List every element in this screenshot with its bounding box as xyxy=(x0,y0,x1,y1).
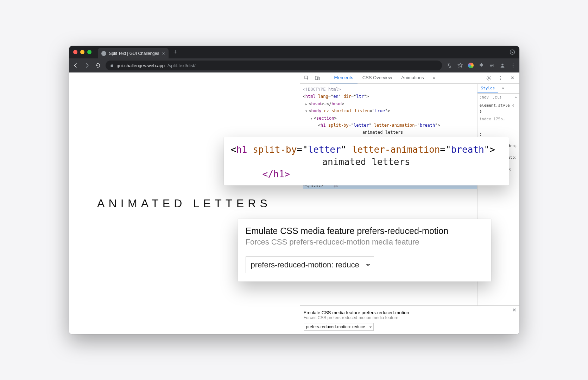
svg-point-0 xyxy=(510,50,514,55)
profile-icon[interactable] xyxy=(500,63,505,68)
content-area: ANIMATED LETTERS Elements CSS Overview A… xyxy=(69,72,519,334)
new-tab-button[interactable]: + xyxy=(171,49,179,56)
callout-title: Emulate CSS media feature prefers-reduce… xyxy=(246,226,483,236)
tab-title: Split Text | GUI Challenges xyxy=(109,51,159,56)
caret-icon[interactable] xyxy=(310,116,314,121)
rendering-callout: Emulate CSS media feature prefers-reduce… xyxy=(238,219,491,281)
devtools-close-icon[interactable]: ✕ xyxy=(508,74,517,83)
hov-toggle[interactable]: :hov xyxy=(480,95,489,100)
svg-point-5 xyxy=(512,66,513,67)
code-text: animated letters xyxy=(231,156,502,168)
bookmark-icon[interactable] xyxy=(457,63,463,68)
back-button[interactable] xyxy=(72,62,79,69)
tab-animations[interactable]: Animations xyxy=(397,72,428,83)
settings-icon[interactable] xyxy=(484,74,493,83)
minimize-window-button[interactable] xyxy=(80,50,84,54)
rendered-page: ANIMATED LETTERS xyxy=(69,72,300,334)
reload-button[interactable] xyxy=(95,63,101,68)
code-callout: <h1 split-by="letter" letter-animation="… xyxy=(224,137,509,185)
forward-button[interactable] xyxy=(84,62,90,69)
extensions-icon[interactable] xyxy=(479,63,484,68)
svg-point-2 xyxy=(501,64,503,65)
svg-point-3 xyxy=(512,63,513,64)
chrome-menu-icon[interactable] xyxy=(510,63,516,68)
drawer-title: Emulate CSS media feature prefers-reduce… xyxy=(304,310,516,315)
cls-toggle[interactable]: .cls xyxy=(492,95,502,100)
toolbar: gui-challenges.web.app/split-text/dist/ xyxy=(69,58,519,72)
reading-list-icon[interactable] xyxy=(489,63,495,68)
styles-overflow-icon[interactable]: » xyxy=(498,84,508,93)
devtools-menu-icon[interactable] xyxy=(496,74,505,83)
svg-point-9 xyxy=(488,77,489,79)
devtools-toolbar: Elements CSS Overview Animations » ✕ xyxy=(300,72,519,84)
tab-elements[interactable]: Elements xyxy=(330,72,358,83)
devtools-tabs: Elements CSS Overview Animations » xyxy=(330,72,440,83)
svg-point-11 xyxy=(500,77,501,78)
rendering-drawer: ✕ Emulate CSS media feature prefers-redu… xyxy=(300,305,519,334)
drawer-subtitle: Forces CSS prefers-reduced-motion media … xyxy=(304,315,516,320)
url-path: /split-text/dist/ xyxy=(167,63,195,68)
window-controls xyxy=(73,50,91,54)
stylesheet-source[interactable]: index 175b… xyxy=(480,116,517,122)
tab-css-overview[interactable]: CSS Overview xyxy=(358,72,397,83)
devtools-panel: Elements CSS Overview Animations » ✕ <!D… xyxy=(300,72,519,334)
tab-overflow-icon[interactable] xyxy=(510,49,515,55)
toolbar-right xyxy=(447,63,516,68)
titlebar: Split Text | GUI Challenges × + xyxy=(69,46,519,58)
styles-tab[interactable]: Styles xyxy=(478,84,499,93)
prefers-reduced-motion-select-small[interactable]: prefers-reduced-motion: reduce xyxy=(304,323,374,331)
page-heading: ANIMATED LETTERS xyxy=(97,197,271,210)
close-tab-icon[interactable]: × xyxy=(162,51,165,56)
new-rule-icon[interactable]: + xyxy=(515,95,517,100)
caret-icon[interactable] xyxy=(305,101,309,106)
dom-doctype: <!DOCTYPE html> xyxy=(303,86,477,93)
address-bar[interactable]: gui-challenges.web.app/split-text/dist/ xyxy=(106,61,442,70)
svg-point-10 xyxy=(500,76,501,77)
browser-window: Split Text | GUI Challenges × + gui-chal… xyxy=(69,46,519,334)
inspect-element-icon[interactable] xyxy=(302,74,311,83)
svg-point-4 xyxy=(512,65,513,66)
svg-point-12 xyxy=(500,79,501,80)
svg-rect-1 xyxy=(110,65,113,67)
translate-icon[interactable] xyxy=(447,63,453,68)
device-toolbar-icon[interactable] xyxy=(313,74,322,83)
tab-favicon xyxy=(101,51,106,56)
browser-tab[interactable]: Split Text | GUI Challenges × xyxy=(98,48,169,59)
url-host: gui-challenges.web.app xyxy=(117,63,165,68)
tab-overflow-icon[interactable]: » xyxy=(429,72,440,83)
caret-icon[interactable] xyxy=(305,108,309,113)
callout-subtitle: Forces CSS prefers-reduced-motion media … xyxy=(246,238,483,247)
extension-icon-1[interactable] xyxy=(468,63,474,68)
prefers-reduced-motion-select[interactable]: prefers-reduced-motion: reduce xyxy=(246,256,374,273)
maximize-window-button[interactable] xyxy=(87,50,91,54)
lock-icon xyxy=(110,63,114,68)
close-window-button[interactable] xyxy=(73,50,77,54)
drawer-close-icon[interactable]: ✕ xyxy=(512,307,517,313)
